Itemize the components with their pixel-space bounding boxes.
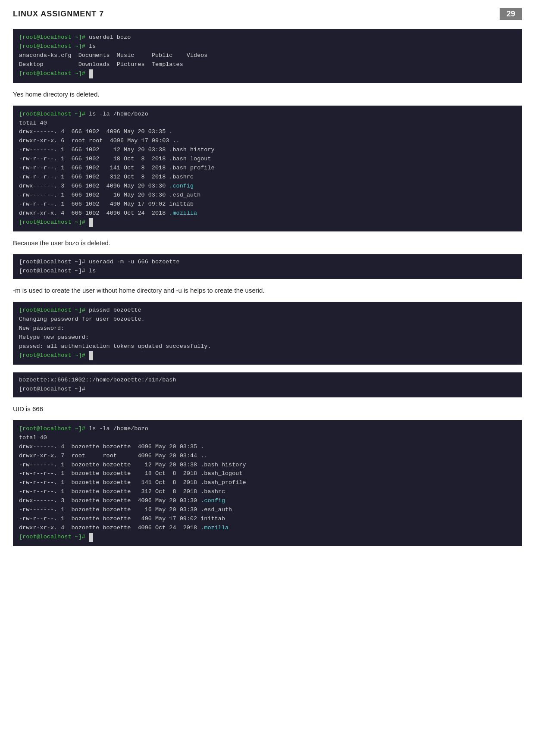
prose-prose4: UID is 666 (13, 405, 522, 412)
terminal-block-terminal2: [root@localhost ~]# ls -la /home/bozo to… (13, 106, 522, 231)
terminal-block-terminal5: bozoette:x:666:1002::/home/bozoette:/bin… (13, 372, 522, 397)
terminal-block-terminal6: [root@localhost ~]# ls -la /home/bozo to… (13, 420, 522, 546)
page-header: LINUX ASSIGNMENT 7 29 (0, 0, 535, 25)
page-number-badge: 29 (500, 8, 522, 20)
prose-prose2: Because the user bozo is deleted. (13, 239, 522, 247)
terminal-block-terminal4: [root@localhost ~]# passwd bozoette Chan… (13, 302, 522, 365)
prose-prose1: Yes home directory is deleted. (13, 91, 522, 98)
page-title: LINUX ASSIGNMENT 7 (13, 9, 104, 19)
prose-prose3: -m is used to create the user without ho… (13, 287, 522, 294)
terminal-block-terminal3: [root@localhost ~]# useradd -m -u 666 bo… (13, 254, 522, 279)
terminal-block-terminal1: [root@localhost ~]# userdel bozo [root@l… (13, 29, 522, 83)
content-area: [root@localhost ~]# userdel bozo [root@l… (0, 25, 535, 567)
